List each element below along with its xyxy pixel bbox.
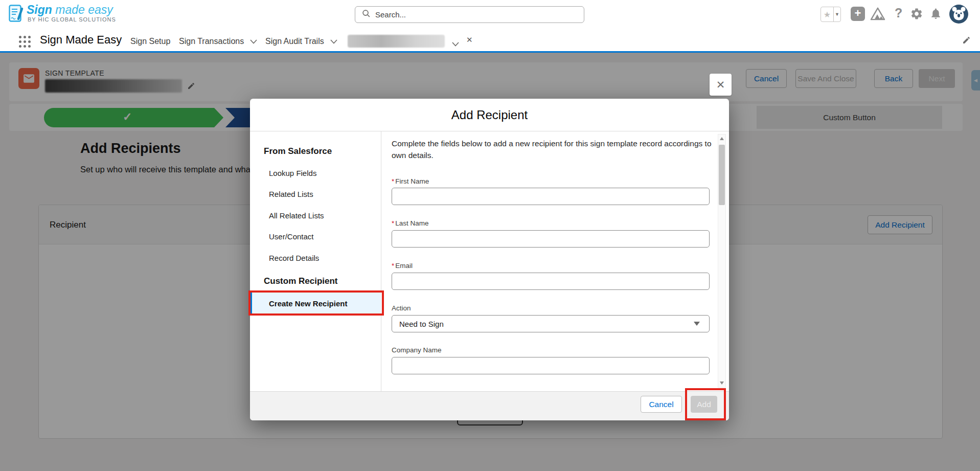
modal-sidebar: From Salesforce Lookup Fields Related Li… [250,131,381,391]
action-select[interactable]: Need to Sign [392,315,710,332]
global-header: Sign made easy BY HIC GLOBAL SOLUTIONS ★… [0,0,980,28]
modal-description: Complete the fields below to add a new r… [392,138,713,161]
setup-gear-icon[interactable] [910,7,923,23]
action-label: Action [392,304,411,312]
app-launcher-waffle-icon[interactable] [19,36,32,49]
brand-tagline: BY HIC GLOBAL SOLUTIONS [28,16,116,23]
scroll-up-icon[interactable] [720,137,724,140]
chevron-down-icon[interactable] [250,37,257,46]
scroll-down-icon[interactable] [720,382,724,385]
chevron-down-icon[interactable] [452,39,459,49]
sidebar-item-user-contact[interactable]: User/Contact [269,232,314,241]
sidebar-group-custom-recipient: Custom Recipient [264,276,338,286]
nav-tab-sign-setup[interactable]: Sign Setup [130,37,170,46]
annotation-box-create-new-recipient [248,290,384,316]
add-recipient-modal: Add Recipient From Salesforce Lookup Fie… [250,99,729,420]
first-name-input[interactable] [392,188,710,205]
company-name-label: Company Name [392,346,442,354]
chevron-down-icon[interactable] [330,37,337,46]
sidebar-item-all-related-lists[interactable]: All Related Lists [269,211,324,220]
required-asterisk: * [392,262,394,270]
brand-document-icon [9,4,24,26]
company-name-input[interactable] [392,357,710,374]
action-select-value: Need to Sign [399,320,444,328]
app-navigation-bar: Sign Made Easy Sign Setup Sign Transacti… [0,28,980,53]
nav-tab-redacted-label[interactable] [348,35,445,48]
edit-nav-pencil-icon[interactable] [962,36,971,47]
modal-footer: Cancel Add [250,391,729,420]
user-avatar[interactable] [949,5,968,26]
plus-icon: + [855,7,861,19]
sidebar-group-from-salesforce: From Salesforce [264,146,332,156]
chevron-down-icon[interactable]: ▼ [834,12,840,17]
tab-close-icon[interactable]: ✕ [466,35,473,44]
required-asterisk: * [392,177,394,185]
modal-cancel-button[interactable]: Cancel [641,396,682,413]
notifications-bell-icon[interactable] [929,7,942,22]
modal-close-button[interactable]: ✕ [710,74,732,96]
app-name: Sign Made Easy [40,33,122,47]
trailhead-icon[interactable] [870,7,885,23]
modal-scrollbar[interactable] [718,134,726,388]
global-search[interactable] [355,6,584,23]
sidebar-item-lookup-fields[interactable]: Lookup Fields [269,169,316,177]
star-icon[interactable]: ★ [821,10,833,19]
nav-tab-sign-transactions[interactable]: Sign Transactions [179,37,257,46]
sidebar-item-record-details[interactable]: Record Details [269,254,319,262]
nav-tab-sign-audit-trails[interactable]: Sign Audit Trails [265,37,337,46]
sidebar-item-related-lists[interactable]: Related Lists [269,190,313,198]
global-actions-button[interactable]: + [851,7,865,21]
annotation-box-add-button [685,388,726,420]
email-input[interactable] [392,273,710,290]
required-asterisk: * [392,219,394,227]
last-name-label: *Last Name [392,219,429,227]
close-icon: ✕ [716,79,725,91]
modal-header: Add Recipient [250,99,729,131]
caret-down-icon [694,322,700,326]
last-name-input[interactable] [392,230,710,248]
favorites-control[interactable]: ★ ▼ [821,7,841,22]
modal-title: Add Recipient [250,99,729,131]
email-label: *Email [392,262,413,270]
brand-logo: Sign made easy [27,3,113,17]
help-icon[interactable]: ? [895,6,902,20]
search-icon [362,9,371,20]
search-input[interactable] [375,10,584,19]
first-name-label: *First Name [392,177,429,185]
scrollbar-thumb[interactable] [719,145,725,205]
